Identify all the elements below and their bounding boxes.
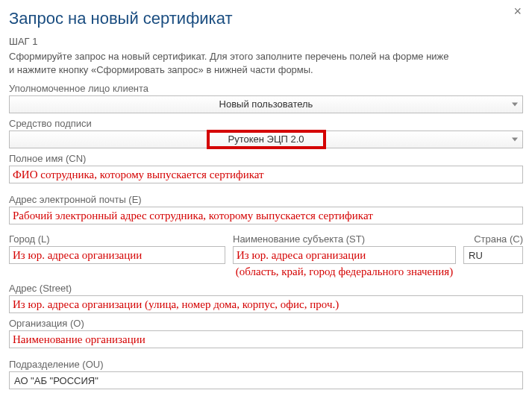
sign-tool-label: Средство подписи <box>9 118 523 129</box>
ou-label: Подразделение (OU) <box>9 359 523 370</box>
street-input[interactable]: Из юр. адреса организации (улица, номер … <box>9 295 523 313</box>
org-label: Организация (O) <box>9 318 523 329</box>
country-value: RU <box>469 250 483 261</box>
email-input[interactable]: Рабочий электронный адрес сотрудника, ко… <box>9 207 523 224</box>
instructions-line2: и нажмите кнопку «Сформировать запрос» в… <box>9 64 313 75</box>
ou-input[interactable]: АО "АБ "РОССИЯ" <box>9 371 523 389</box>
dialog-title: Запрос на новый сертификат <box>9 9 523 28</box>
auth-person-select[interactable]: Новый пользователь <box>9 95 523 113</box>
street-label: Адрес (Street) <box>9 283 523 294</box>
auth-person-label: Уполномоченное лицо клиента <box>9 83 523 94</box>
instructions: Сформируйте запрос на новый сертификат. … <box>9 50 523 77</box>
cert-request-dialog: × Запрос на новый сертификат ШАГ 1 Сформ… <box>0 0 532 399</box>
auth-person-value: Новый пользователь <box>219 96 313 113</box>
country-input[interactable]: RU <box>463 246 523 264</box>
org-input[interactable]: Наименование организации <box>9 330 523 348</box>
country-label: Страна (C) <box>463 233 523 245</box>
close-icon[interactable]: × <box>513 4 522 18</box>
sign-tool-select[interactable]: Рутокен ЭЦП 2.0 <box>9 131 523 148</box>
step-label: ШАГ 1 <box>9 36 523 47</box>
city-label: Город (L) <box>9 233 225 245</box>
email-label: Адрес электронной почты (E) <box>9 194 523 205</box>
cn-input[interactable]: ФИО сотрудника, которому выпускается сер… <box>9 166 523 183</box>
cn-label: Полное имя (CN) <box>9 153 523 164</box>
ou-value: АО "АБ "РОССИЯ" <box>14 375 98 386</box>
sign-tool-value: Рутокен ЭЦП 2.0 <box>228 131 304 148</box>
chevron-down-icon <box>512 103 518 107</box>
subject-annotation: (область, край, город федерального значе… <box>233 266 456 278</box>
subject-label: Наименование субъекта (ST) <box>233 233 456 245</box>
chevron-down-icon <box>512 138 518 142</box>
city-input[interactable]: Из юр. адреса организации <box>9 246 225 264</box>
instructions-line1: Сформируйте запрос на новый сертификат. … <box>9 51 449 62</box>
subject-input[interactable]: Из юр. адреса организации <box>233 246 456 264</box>
